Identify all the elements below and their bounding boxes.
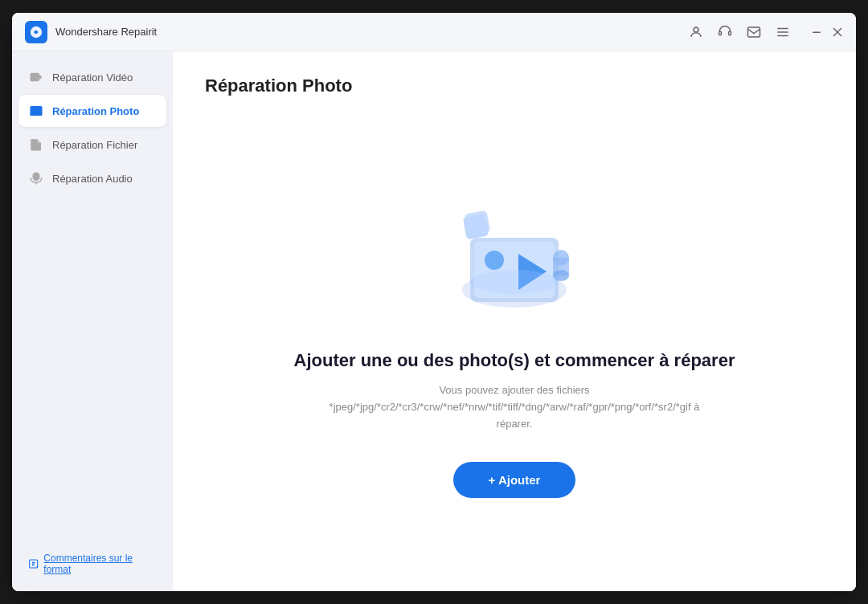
audio-icon [28,170,44,186]
feedback-label: Commentaires sur le format [43,553,157,575]
svg-point-22 [485,251,504,270]
app-window: Wondershare Repairit [12,13,856,591]
main-layout: Réparation Vidéo Réparation Photo [12,51,856,591]
content-description: Vous pouvez ajouter des fichiers *jpeg/*… [321,382,707,432]
titlebar-actions [689,25,843,39]
feedback-link[interactable]: Commentaires sur le format [28,553,157,575]
video-icon [28,69,44,85]
svg-rect-11 [31,73,39,82]
window-controls [811,27,843,38]
photo-icon [28,103,44,119]
sidebar: Réparation Vidéo Réparation Photo [12,51,173,591]
svg-point-14 [33,108,35,111]
svg-rect-8 [813,31,821,33]
add-button[interactable]: + Ajouter [453,462,576,498]
headset-icon[interactable] [718,25,732,39]
mail-icon[interactable] [747,25,761,39]
app-logo [25,21,47,43]
sidebar-item-video-label: Réparation Vidéo [52,71,133,84]
svg-rect-3 [729,31,731,35]
sidebar-item-photo-label: Réparation Photo [52,105,139,117]
sidebar-item-photo[interactable]: Réparation Photo [18,95,166,127]
sidebar-item-video[interactable]: Réparation Vidéo [18,61,166,93]
sidebar-item-audio[interactable]: Réparation Audio [18,162,166,194]
svg-rect-24 [465,210,490,236]
sidebar-footer: Commentaires sur le format [18,546,166,582]
content-body: Ajouter une ou des photo(s) et commencer… [205,96,824,567]
sidebar-item-fichier[interactable]: Réparation Fichier [18,129,166,161]
svg-rect-4 [748,27,760,37]
menu-icon[interactable] [776,25,790,39]
app-title: Wondershare Repairit [55,26,689,38]
svg-point-28 [470,270,559,294]
svg-marker-12 [39,74,43,80]
account-icon[interactable] [689,25,703,39]
svg-point-1 [694,27,698,32]
illustration [434,165,595,326]
close-button[interactable] [832,27,843,38]
svg-rect-2 [719,31,722,35]
titlebar: Wondershare Repairit [12,13,856,51]
fichier-icon [28,137,44,153]
sidebar-item-audio-label: Réparation Audio [52,173,133,185]
minimize-button[interactable] [811,27,822,38]
content-heading: Ajouter une ou des photo(s) et commencer… [294,350,735,371]
sidebar-item-fichier-label: Réparation Fichier [52,139,137,151]
page-title: Réparation Photo [205,76,352,96]
svg-rect-15 [33,173,40,182]
content-area: Réparation Photo [173,51,856,591]
